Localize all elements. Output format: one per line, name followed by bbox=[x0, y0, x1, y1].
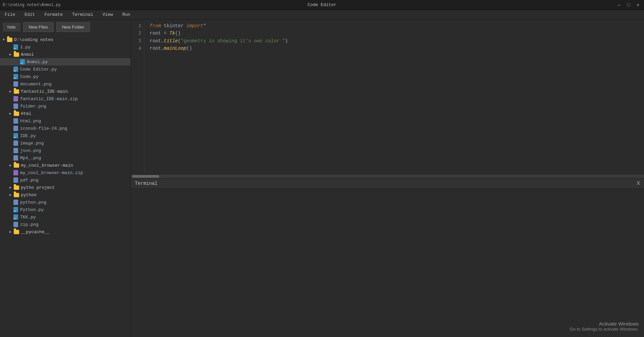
tree-item-label: Code.py bbox=[20, 74, 39, 79]
list-item[interactable]: fantastic_IDE-main.zip bbox=[0, 95, 131, 102]
new-files-button[interactable]: New Files bbox=[23, 22, 54, 32]
terminal-body[interactable]: Activate Windows Go to Settings to activ… bbox=[131, 189, 644, 337]
titlebar: D:\coding notes\Anmol.py Code Editor — □… bbox=[0, 0, 644, 10]
tree-item-label: __pycache__ bbox=[21, 229, 50, 235]
menu-edit[interactable]: Edit bbox=[22, 11, 37, 18]
list-item[interactable]: TKK.py bbox=[0, 213, 131, 221]
list-item[interactable]: Anmol.py bbox=[0, 58, 131, 66]
titlebar-appname: Code Editor bbox=[308, 2, 337, 7]
activate-windows-subtitle: Go to Settings to activate Windows. bbox=[570, 327, 639, 332]
window-controls: — □ ✕ bbox=[616, 2, 641, 8]
folder-icon bbox=[13, 51, 19, 57]
tree-item-label: fantastic_IDE-main bbox=[21, 89, 68, 94]
list-item[interactable]: python.png bbox=[0, 199, 131, 206]
py-file-icon bbox=[13, 74, 19, 80]
terminal-close-button[interactable]: X bbox=[637, 180, 640, 186]
list-item[interactable]: ▶ my_cool_browser-main bbox=[0, 162, 131, 169]
main-layout: hide New Files New Folder ▼ D:\coding no… bbox=[0, 19, 644, 337]
folder-icon bbox=[13, 229, 19, 235]
code-editor: 1 2 3 4 from tkinter import* root = Tk()… bbox=[131, 19, 644, 178]
sidebar: hide New Files New Folder ▼ D:\coding no… bbox=[0, 19, 131, 337]
list-item[interactable]: ▶ __pycache__ bbox=[0, 228, 131, 236]
tree-item-label: pytho project bbox=[21, 185, 55, 190]
maximize-button[interactable]: □ bbox=[625, 2, 632, 8]
expand-arrow-icon: ▼ bbox=[1, 37, 6, 42]
tree-item-label: python bbox=[21, 193, 37, 198]
code-scrollbar[interactable] bbox=[131, 174, 644, 178]
line-numbers: 1 2 3 4 bbox=[131, 19, 144, 174]
minimize-button[interactable]: — bbox=[616, 2, 623, 8]
activate-windows-notice: Activate Windows Go to Settings to activ… bbox=[570, 321, 639, 332]
scrollbar-thumb[interactable] bbox=[132, 175, 159, 178]
py-file-icon bbox=[19, 59, 26, 65]
png-file-icon bbox=[13, 155, 19, 161]
list-item[interactable]: folder.png bbox=[0, 102, 131, 110]
list-item[interactable]: IDE.py bbox=[0, 132, 131, 139]
png-file-icon bbox=[13, 148, 19, 154]
menu-view[interactable]: View bbox=[100, 11, 115, 18]
list-item[interactable]: pdf.png bbox=[0, 176, 131, 184]
py-file-icon bbox=[13, 66, 19, 72]
png-file-icon bbox=[13, 221, 19, 227]
tree-item-label: image.png bbox=[20, 141, 44, 146]
tree-item-label: TKK.py bbox=[20, 215, 36, 220]
list-item[interactable]: Code.py bbox=[0, 73, 131, 80]
list-item[interactable]: ▶ Anmol bbox=[0, 51, 131, 58]
tree-item-label: my_cool_browser-main bbox=[21, 163, 73, 168]
tree-item-label: zip.png bbox=[20, 222, 39, 227]
sidebar-toolbar: hide New Files New Folder bbox=[0, 19, 131, 35]
tree-item-label: pdf.png bbox=[20, 178, 39, 183]
hide-button[interactable]: hide bbox=[3, 23, 20, 32]
tree-root[interactable]: ▼ D:\coding notes bbox=[0, 36, 131, 43]
expand-arrow-icon: ▶ bbox=[8, 163, 13, 168]
list-item[interactable]: zip.png bbox=[0, 221, 131, 228]
py-file-icon bbox=[13, 44, 19, 50]
menu-terminal[interactable]: Terminal bbox=[70, 11, 95, 18]
terminal-panel: Terminal X Activate Windows Go to Settin… bbox=[131, 178, 644, 337]
tree-item-label: html.png bbox=[20, 119, 41, 124]
list-item[interactable]: ▶ pytho project bbox=[0, 184, 131, 191]
list-item[interactable]: 1.py bbox=[0, 43, 131, 51]
folder-icon bbox=[13, 111, 19, 117]
tree-item-label: json.png bbox=[20, 148, 41, 153]
tree-item-label: IDE.py bbox=[20, 133, 36, 138]
zip-file-icon bbox=[13, 96, 19, 102]
list-item[interactable]: Code Editor.py bbox=[0, 66, 131, 73]
tree-item-label: Anmol.py bbox=[27, 59, 48, 65]
tree-item-label: Python.py bbox=[20, 207, 44, 212]
menu-run[interactable]: Run bbox=[120, 11, 132, 18]
tree-item-label: icons8-file-24.png bbox=[20, 126, 67, 131]
list-item[interactable]: html.png bbox=[0, 117, 131, 125]
expand-arrow-icon: ▶ bbox=[8, 193, 13, 197]
list-item[interactable]: icons8-file-24.png bbox=[0, 125, 131, 132]
list-item[interactable]: json.png bbox=[0, 147, 131, 154]
file-tree: ▼ D:\coding notes 1.py ▶ Anmol Anmol.py bbox=[0, 35, 131, 337]
list-item[interactable]: Mp4_.png bbox=[0, 154, 131, 162]
png-file-icon bbox=[13, 125, 19, 131]
new-folder-button[interactable]: New Folder bbox=[56, 22, 90, 32]
list-item[interactable]: ▶ fantastic_IDE-main bbox=[0, 88, 131, 95]
folder-icon bbox=[13, 88, 19, 94]
list-item[interactable]: image.png bbox=[0, 139, 131, 147]
list-item[interactable]: ▶ Html bbox=[0, 110, 131, 117]
code-text[interactable]: from tkinter import* root = Tk() root.ti… bbox=[144, 19, 644, 174]
list-item[interactable]: ▶ python bbox=[0, 191, 131, 199]
tree-item-label: folder.png bbox=[20, 104, 46, 109]
tree-item-label: document.png bbox=[20, 82, 52, 87]
list-item[interactable]: document.png bbox=[0, 80, 131, 88]
png-file-icon bbox=[13, 118, 19, 124]
close-button[interactable]: ✕ bbox=[635, 2, 641, 8]
terminal-header: Terminal X bbox=[131, 178, 644, 189]
folder-icon bbox=[7, 37, 13, 43]
tree-item-label: fantastic_IDE-main.zip bbox=[20, 96, 78, 101]
list-item[interactable]: my_cool_browser-main.zip bbox=[0, 169, 131, 176]
list-item[interactable]: Python.py bbox=[0, 206, 131, 213]
terminal-title: Terminal bbox=[135, 181, 157, 186]
code-content[interactable]: 1 2 3 4 from tkinter import* root = Tk()… bbox=[131, 19, 644, 174]
menu-formate[interactable]: Formate bbox=[42, 11, 65, 18]
menubar: File Edit Formate Terminal View Run bbox=[0, 10, 644, 19]
tree-item-label: Anmol bbox=[21, 52, 34, 57]
tree-item-label: Mp4_.png bbox=[20, 156, 41, 161]
folder-icon bbox=[13, 192, 19, 198]
menu-file[interactable]: File bbox=[3, 11, 17, 18]
